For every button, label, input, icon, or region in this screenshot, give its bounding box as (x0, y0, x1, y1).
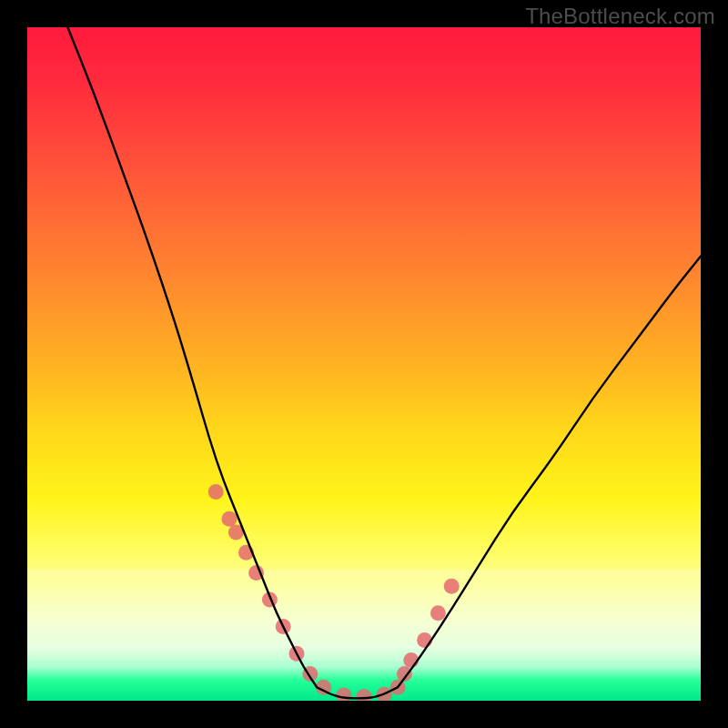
watermark-text: TheBottleneck.com (525, 4, 715, 29)
scatter-dot (417, 632, 432, 648)
plot-area (27, 27, 701, 701)
outer-frame: TheBottleneck.com (0, 0, 728, 728)
scatter-dot (208, 484, 224, 500)
chart-svg (27, 27, 701, 701)
scatter-dot (430, 605, 446, 621)
bottleneck-curve (67, 27, 701, 698)
scatter-dots (208, 484, 460, 701)
scatter-dot (222, 511, 238, 527)
scatter-dot (444, 579, 460, 594)
